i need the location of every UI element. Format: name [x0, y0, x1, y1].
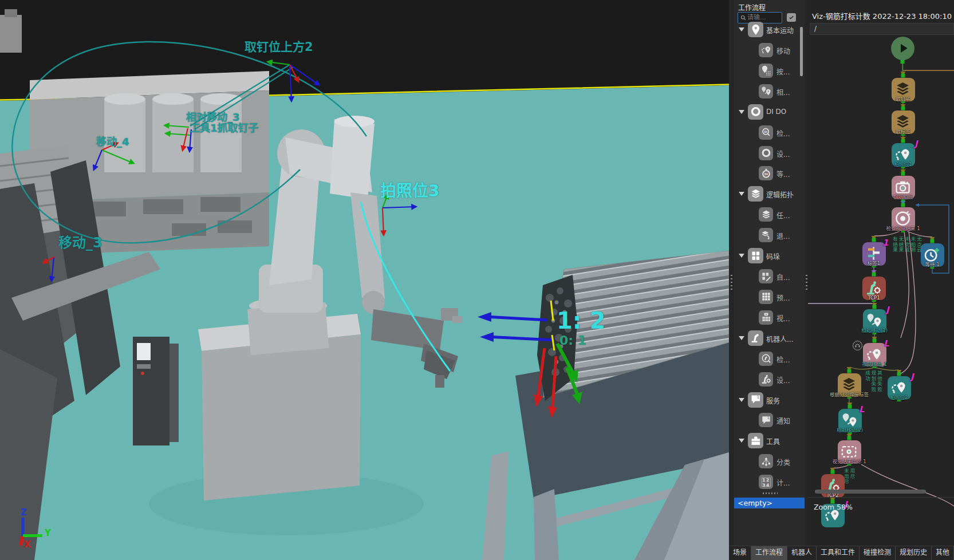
tree-item-工具[interactable]: 工具	[734, 431, 805, 451]
expand-arrow-icon[interactable]	[739, 439, 744, 443]
loop-pin-icon	[759, 43, 773, 57]
robot-gear-icon	[865, 279, 882, 297]
tree-scrollbar[interactable]	[800, 27, 803, 76]
tree-item-相[interactable]: 相...	[734, 81, 805, 102]
graph-horizontal-scrollbar[interactable]	[815, 490, 926, 494]
node-label: 取标签	[876, 129, 931, 135]
scatter-icon	[759, 454, 773, 468]
stopwatch-icon	[759, 166, 773, 180]
panel-title: 工作流程	[738, 2, 766, 12]
tree-item-label: 视...	[776, 313, 790, 323]
node-label: 检查视觉结果 1	[876, 226, 931, 231]
node-label: 视觉移动_1	[847, 362, 902, 367]
tab-碰撞检测[interactable]: 碰撞检测	[860, 546, 896, 560]
waypoint-label-count-ratio-2[interactable]: 0: 1	[559, 334, 586, 347]
waypoint-label-wp-qudingwei-shangfang2[interactable]: 取钉位上方2	[245, 41, 313, 53]
tab-规划历史[interactable]: 规划历史	[896, 546, 932, 560]
edge-condition-labels: 未用尽用尽	[843, 468, 854, 485]
signpost-icon	[865, 244, 882, 262]
tree-item-label: 工具	[766, 436, 780, 446]
di-search-icon	[759, 125, 773, 140]
tree-item-检[interactable]: 检...	[734, 349, 805, 369]
axis-x-label: X	[24, 541, 31, 549]
tab-场景[interactable]: 场景	[729, 546, 751, 560]
layers-icon	[748, 186, 763, 202]
expand-arrow-icon[interactable]	[739, 110, 744, 114]
tree-item-预[interactable]: 预...	[734, 287, 805, 307]
ring-icon	[759, 146, 773, 160]
viewport-tree-splitter[interactable]	[729, 0, 734, 546]
waypoint-label-count-ratio[interactable]: 1: 2	[557, 309, 606, 332]
edge-condition-labels: 有结果无结果未完成未拍照无点云	[892, 236, 921, 253]
robot-gear-icon	[759, 372, 773, 387]
tree-item-逻辑拓扑[interactable]: 逻辑拓扑	[734, 184, 805, 204]
waypoint-label-wp-paizhaowei3[interactable]: 拍照位3	[380, 183, 439, 199]
listen-breakpoint-icon[interactable]	[853, 341, 862, 350]
loop-pin-icon	[890, 378, 908, 396]
tree-item-码垛[interactable]: 码垛	[734, 246, 805, 266]
tree-item-分类[interactable]: 分类	[734, 451, 805, 472]
loop-pin-icon	[894, 145, 912, 163]
tree-item-计[interactable]: 计...	[734, 472, 805, 492]
clock-plus-icon	[923, 246, 941, 263]
3d-viewport[interactable]: 取钉位上方2相对移动_3工具1抓取钉子移动_4移动_3拍照位31: 20: 1 …	[0, 0, 730, 560]
pallet-icon	[748, 248, 763, 263]
pins2-icon	[841, 411, 858, 429]
camera-icon	[894, 178, 912, 196]
tree-item-视[interactable]: 视...	[734, 307, 805, 328]
axis-y-label: Y	[45, 529, 51, 538]
pins2-icon	[759, 84, 773, 98]
tree-item-自[interactable]: 自...	[734, 266, 805, 287]
layers-icon	[894, 80, 912, 98]
waypoint-label-wp-yidong-3[interactable]: 移动_3	[58, 236, 103, 250]
tree-item-DI DO[interactable]: DI DO	[734, 102, 805, 123]
tree-item-机器人[interactable]: 机器人...	[734, 328, 805, 349]
node-badge: L	[884, 338, 889, 349]
tree-item-label: 设...	[776, 375, 790, 385]
axis-z-label: Z	[21, 508, 27, 517]
ring-icon	[748, 104, 763, 120]
graph-canvas[interactable]: 取钉子取标签J拍照位1钢筋拍照检查视觉结果 11标签1等待 1TCP1J相对移动…	[808, 36, 954, 525]
breadcrumb[interactable]: /	[810, 23, 954, 35]
workflow-library-panel: 工作流程 基本运动移动按...相...DI DO检...设...等...逻辑拓扑…	[734, 0, 805, 546]
tree-item-移动[interactable]: 移动	[734, 40, 805, 61]
waypoint-label-wp-gongju1-zhuaqu[interactable]: 工具1抓取钉子	[190, 123, 259, 133]
edge-condition-labels: 成功规划失败其他失败	[865, 370, 882, 392]
tree-item-label: 任...	[776, 210, 790, 220]
empty-selection-item[interactable]: <empty>	[734, 498, 805, 508]
tree-item-等[interactable]: 等...	[734, 163, 805, 184]
tree-item-退[interactable]: 退...	[734, 225, 805, 246]
tree-item-基本运动[interactable]: 基本运动	[734, 19, 805, 40]
tree-item-按[interactable]: 按...	[734, 61, 805, 81]
tree-item-任[interactable]: 任...	[734, 204, 805, 225]
tree-item-label: 相...	[776, 87, 790, 97]
expand-arrow-icon[interactable]	[739, 336, 744, 340]
pallet-cam-icon	[759, 310, 773, 325]
tab-工作流程[interactable]: 工作流程	[751, 546, 787, 560]
tree-item-label: 分类	[776, 457, 790, 467]
expand-arrow-icon[interactable]	[739, 27, 744, 31]
tree-item-label: 服务	[766, 396, 780, 405]
tree-item-检[interactable]: 检...	[734, 123, 805, 143]
expand-arrow-icon[interactable]	[739, 398, 744, 402]
node-badge: J	[886, 305, 889, 315]
tree-item-设[interactable]: 设...	[734, 143, 805, 164]
waypoint-label-wp-xiangdui-yidong-3[interactable]: 相对移动_3	[186, 112, 240, 123]
waypoint-label-wp-yidong-4[interactable]: 移动_4	[96, 137, 129, 147]
workflow-start-node[interactable]	[891, 37, 914, 60]
tree-item-设[interactable]: 设...	[734, 369, 805, 390]
expand-arrow-icon[interactable]	[739, 254, 744, 258]
tab-机器人[interactable]: 机器人	[787, 546, 817, 560]
pin-icon	[748, 22, 763, 37]
tree-item-通知[interactable]: 通知	[734, 410, 805, 431]
tree-resize-handle[interactable]	[763, 492, 778, 494]
pallet-pencil-icon	[759, 269, 773, 283]
tree-item-label: 等...	[776, 169, 790, 179]
tab-其他[interactable]: 其他	[932, 546, 954, 560]
expand-arrow-icon[interactable]	[739, 192, 744, 196]
tab-工具和工件[interactable]: 工具和工件	[817, 546, 860, 560]
layers-icon	[894, 113, 912, 131]
robot-icon	[748, 330, 763, 346]
tree-item-服务[interactable]: 服务	[734, 390, 805, 411]
tree-item-label: 设...	[776, 149, 790, 159]
